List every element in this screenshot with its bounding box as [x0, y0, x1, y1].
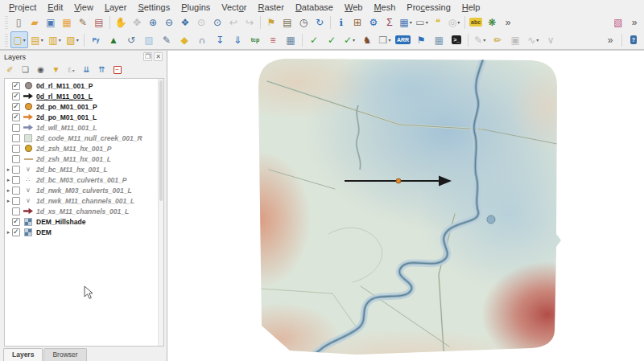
- measure-dropdown[interactable]: ▾: [426, 19, 428, 25]
- expander-icon[interactable]: ▸: [5, 229, 12, 236]
- attribute-table-button[interactable]: ▦▾: [398, 14, 414, 30]
- layer-item-1d_nwk_M11_channels_001_L[interactable]: ▸∨1d_nwk_M11_channels_001_L: [5, 195, 163, 206]
- layer-checkbox[interactable]: [12, 124, 20, 132]
- tab-browser[interactable]: Browser: [43, 348, 86, 361]
- layer-item-2d_code_M11_null_creek_001_R[interactable]: 2d_code_M11_null_creek_001_R: [5, 133, 163, 143]
- current-edits-dropdown[interactable]: ▾: [483, 37, 485, 43]
- select-features-by-form-button[interactable]: ▤▾: [28, 31, 46, 48]
- layer-tree-scrollbar[interactable]: [158, 79, 163, 346]
- layer-item-2d_zsh_M11_hx_001_P[interactable]: 2d_zsh_M11_hx_001_P: [5, 143, 163, 154]
- python-terminal-button[interactable]: >_: [448, 31, 465, 48]
- deselect-features-button[interactable]: ▥▾: [46, 31, 64, 48]
- expand-all-button[interactable]: ⇊: [80, 64, 93, 76]
- grid-tool-button[interactable]: ▦: [430, 31, 448, 48]
- layer-item-2d_bc_M11_hx_001_L[interactable]: ▸∨2d_bc_M11_hx_001_L: [5, 164, 163, 174]
- layer-item-0d_rl_M11_001_P[interactable]: 0d_rl_M11_001_P: [5, 80, 163, 91]
- layer-checkbox[interactable]: [12, 82, 20, 90]
- layer-item-1d_xs_M11_channels_001_L[interactable]: 1d_xs_M11_channels_001_L: [5, 206, 163, 216]
- map-canvas[interactable]: [167, 51, 644, 361]
- open-layer-styling-button[interactable]: ✐: [3, 64, 17, 76]
- layer-checkbox[interactable]: [12, 187, 20, 195]
- collapse-all-button[interactable]: ⇈: [95, 64, 109, 76]
- zoom-full-extent-button[interactable]: ❖: [177, 14, 193, 30]
- layer-item-2d_po_M01_001_L[interactable]: 2d_po_M01_001_L: [5, 112, 163, 122]
- layer-checkbox[interactable]: [12, 166, 20, 174]
- run-feature-action-dropdown[interactable]: ▾: [457, 19, 460, 25]
- zoom-out-button[interactable]: ⊖: [161, 14, 177, 30]
- menu-layer[interactable]: Layer: [99, 2, 133, 13]
- import-layer-button[interactable]: ↧: [211, 31, 229, 48]
- animal-plugin-button[interactable]: ♞: [358, 31, 376, 48]
- toolbar-overflow-1-button[interactable]: »: [500, 14, 516, 30]
- toolbar-grip[interactable]: [5, 34, 8, 47]
- close-panel-button[interactable]: ✕: [154, 52, 163, 61]
- layer-checkbox[interactable]: [12, 103, 20, 111]
- layer-checkbox[interactable]: [12, 176, 20, 184]
- layer-checkbox[interactable]: [12, 218, 20, 226]
- expander-icon[interactable]: ▸: [5, 187, 12, 194]
- cube-tool-button[interactable]: ◆: [175, 31, 193, 48]
- layer-checkbox[interactable]: [12, 228, 20, 236]
- style-tool-button[interactable]: ❒▾: [376, 31, 394, 48]
- toolbar-grip[interactable]: [5, 16, 8, 29]
- undock-panel-button[interactable]: ❐: [143, 52, 152, 61]
- menu-settings[interactable]: Settings: [132, 2, 175, 13]
- remove-layer-button[interactable]: −: [110, 64, 124, 76]
- tab-layers[interactable]: Layers: [3, 348, 43, 361]
- statistical-summary-button[interactable]: Σ: [382, 14, 398, 30]
- layer-item-2d_zsh_M11_hx_001_L[interactable]: 2d_zsh_M11_hx_001_L: [5, 154, 163, 164]
- manage-map-themes-button[interactable]: ◉: [34, 64, 47, 76]
- new-bookmark-button[interactable]: ⚑: [263, 14, 279, 30]
- menu-processing[interactable]: Processing: [401, 2, 456, 13]
- menu-plugins[interactable]: Plugins: [175, 2, 216, 13]
- menu-vector[interactable]: Vector: [216, 2, 252, 13]
- layer-item-2d_bc_M03_culverts_001_P[interactable]: ▸∴2d_bc_M03_culverts_001_P: [5, 174, 163, 185]
- menu-edit[interactable]: Edit: [42, 2, 68, 13]
- digitizing-checks-button[interactable]: ✎: [158, 31, 175, 48]
- check-tool-1-button[interactable]: ✓: [305, 31, 323, 48]
- legend-editor-button[interactable]: ≡: [264, 31, 282, 48]
- expander-icon[interactable]: ▸: [5, 177, 12, 183]
- menu-database[interactable]: Database: [290, 2, 339, 13]
- diagrams-button[interactable]: ❋: [484, 14, 500, 30]
- tcp-viewer-button[interactable]: tcp: [246, 31, 264, 48]
- toggle-editing-button[interactable]: ✏: [489, 31, 506, 48]
- layer-item-1d_wll_M11_001_L[interactable]: 1d_wll_M11_001_L: [5, 122, 163, 133]
- menu-raster[interactable]: Raster: [252, 2, 289, 13]
- menu-web[interactable]: Web: [339, 2, 368, 13]
- measure-button[interactable]: ▭▾: [414, 14, 430, 30]
- select-features-by-form-dropdown[interactable]: ▾: [41, 37, 43, 43]
- grass-tools-button[interactable]: ▲: [105, 31, 122, 48]
- layer-item-DEM_Hillshade[interactable]: DEM_Hillshade: [5, 216, 163, 227]
- menu-mesh[interactable]: Mesh: [368, 2, 401, 13]
- pan-map-button[interactable]: ✋: [113, 14, 129, 30]
- add-group-button[interactable]: ❏: [19, 64, 32, 76]
- style-tool-dropdown[interactable]: ▾: [388, 37, 390, 43]
- expander-icon[interactable]: ▸: [5, 166, 12, 173]
- attribute-table-dropdown[interactable]: ▾: [410, 19, 412, 25]
- style-manager-button[interactable]: ▤: [91, 14, 107, 30]
- zoom-in-button[interactable]: ⊕: [145, 14, 161, 30]
- save-project-button[interactable]: ▣: [43, 14, 59, 30]
- show-bookmarks-button[interactable]: ▤: [279, 14, 295, 30]
- labeling-button[interactable]: abc: [468, 14, 484, 30]
- culvert-tool-button[interactable]: ∩: [193, 31, 211, 48]
- check-tool-3-dropdown[interactable]: ▾: [353, 37, 355, 43]
- plugin-reloader-button[interactable]: ↺: [122, 31, 140, 48]
- layer-checkbox[interactable]: [12, 155, 20, 163]
- menu-help[interactable]: Help: [456, 2, 486, 13]
- image-export-button[interactable]: ▦: [282, 31, 299, 48]
- scrollbar-thumb[interactable]: [159, 80, 163, 201]
- identify-features-button[interactable]: ℹ: [333, 14, 349, 30]
- refresh-map-button[interactable]: ↻: [312, 14, 328, 30]
- select-features-button[interactable]: ▢▾: [10, 31, 28, 48]
- menu-view[interactable]: View: [68, 2, 99, 13]
- map-tips-button[interactable]: ❝: [430, 14, 446, 30]
- check-tool-3-button[interactable]: ✓▾: [341, 31, 358, 48]
- layer-checkbox[interactable]: [12, 134, 20, 142]
- select-by-expression-dropdown[interactable]: ▾: [76, 37, 79, 43]
- filter-legend-button[interactable]: ▼: [49, 64, 63, 76]
- open-project-button[interactable]: ▰: [27, 14, 43, 30]
- layer-item-0d_rl_M11_001_L[interactable]: 0d_rl_M11_001_L: [5, 91, 163, 101]
- layer-checkbox[interactable]: [12, 197, 20, 205]
